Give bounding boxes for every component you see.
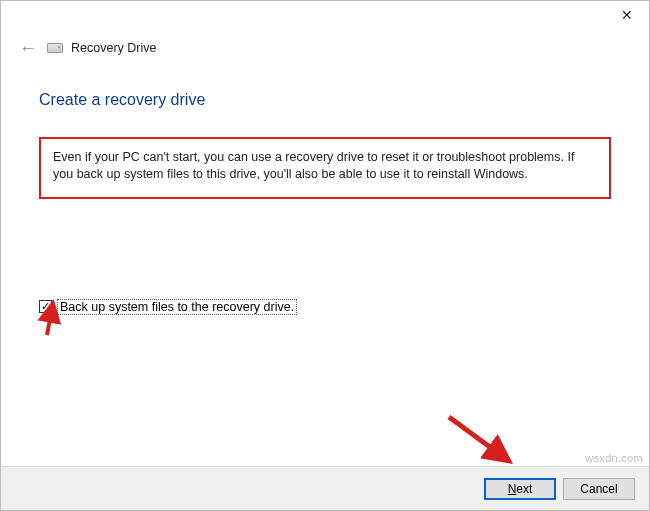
header: ← Recovery Drive xyxy=(1,31,649,57)
close-button[interactable]: ✕ xyxy=(604,1,649,29)
titlebar: ✕ xyxy=(1,1,649,31)
backup-checkbox-row[interactable]: ✓ Back up system files to the recovery d… xyxy=(39,299,611,315)
back-arrow-icon[interactable]: ← xyxy=(19,39,39,57)
drive-icon xyxy=(47,43,63,53)
backup-checkbox-label: Back up system files to the recovery dri… xyxy=(57,299,297,315)
description-text: Even if your PC can't start, you can use… xyxy=(39,137,611,199)
next-button[interactable]: Next xyxy=(484,478,556,500)
backup-checkbox[interactable]: ✓ xyxy=(39,300,52,313)
cancel-button-label: Cancel xyxy=(580,482,617,496)
annotation-arrow-next xyxy=(443,411,523,471)
close-icon: ✕ xyxy=(621,7,633,23)
header-title: Recovery Drive xyxy=(71,41,156,55)
watermark: wsxdn.com xyxy=(585,452,643,464)
next-button-label: Next xyxy=(508,482,533,496)
check-icon: ✓ xyxy=(41,301,50,312)
content-area: Create a recovery drive Even if your PC … xyxy=(1,57,649,315)
page-heading: Create a recovery drive xyxy=(39,91,611,109)
footer: Next Cancel xyxy=(1,466,649,510)
cancel-button[interactable]: Cancel xyxy=(563,478,635,500)
